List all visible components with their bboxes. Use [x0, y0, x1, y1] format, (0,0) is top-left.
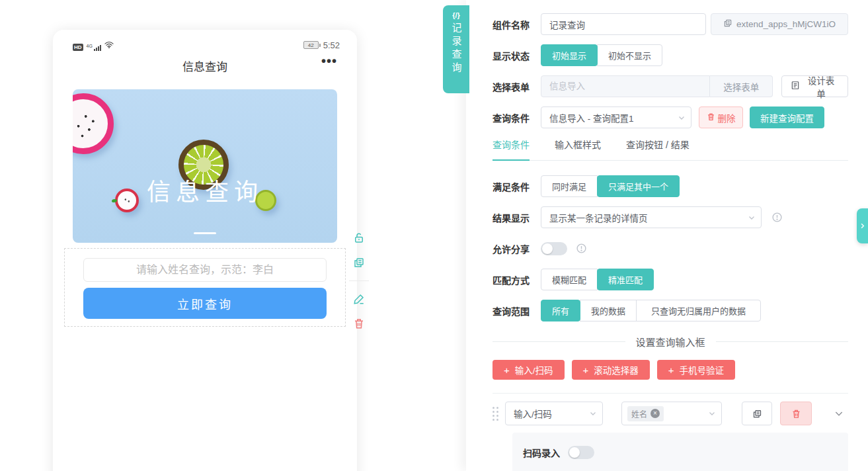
component-name-row: 组件名称 extend_apps_hMjCW1iO: [493, 13, 848, 35]
query-scope-segmented: 所有 我的数据 只查询无归属用户的数据: [541, 300, 761, 321]
option-exact-match[interactable]: 精准匹配: [597, 269, 654, 290]
delete-item-button[interactable]: [780, 402, 812, 425]
component-name-label: 组件名称: [493, 18, 541, 31]
query-now-button[interactable]: 立即查询: [83, 288, 327, 319]
page-title: 信息查询: [53, 58, 357, 74]
satisfy-condition-label: 满足条件: [493, 180, 541, 193]
panel-expand-button[interactable]: [857, 208, 868, 243]
option-fuzzy-match[interactable]: 模糊匹配: [541, 269, 598, 290]
item-detail-panel: 扫码录入: [512, 433, 848, 471]
query-config-label: 查询条件: [493, 111, 541, 124]
scan-entry-toggle[interactable]: [568, 446, 594, 459]
config-panel: 组件名称 extend_apps_hMjCW1iO 显示状态 初始显示 初始不显…: [466, 0, 868, 471]
delete-icon[interactable]: [352, 317, 366, 330]
input-box-section-divider: 设置查询输入框: [493, 335, 848, 349]
option-initial-show[interactable]: 初始显示: [541, 44, 598, 66]
plus-icon: +: [583, 364, 589, 376]
query-config-select[interactable]: 信息导入 - 查询配置1: [541, 107, 691, 128]
toggle-knob: [542, 243, 553, 254]
query-config-value: 信息导入 - 查询配置1: [549, 111, 634, 124]
name-query-input[interactable]: [83, 258, 327, 282]
result-display-select[interactable]: 显示某一条记录的详情页: [541, 206, 762, 228]
carousel-indicator: [194, 232, 216, 234]
delete-config-button[interactable]: 删除: [699, 107, 743, 128]
banner-carousel-widget[interactable]: 信息查询: [73, 89, 337, 243]
battery-icon: 42: [303, 41, 319, 49]
dragonfruit-illustration: [73, 93, 114, 154]
cell-signal-icon: 4G: [87, 45, 101, 51]
add-input-scan-button[interactable]: + 输入/扫码: [493, 360, 565, 380]
design-form-button[interactable]: 设计表单: [781, 75, 848, 97]
select-form-group: 选择表单: [541, 75, 773, 97]
chevron-down-icon: [748, 214, 756, 222]
info-icon[interactable]: [771, 212, 783, 223]
chevron-down-icon: [589, 409, 597, 417]
option-satisfy-any[interactable]: 只满足其中一个: [597, 175, 680, 197]
divider-line: [493, 341, 625, 342]
section-title: 设置查询输入框: [636, 335, 705, 349]
unlock-icon[interactable]: [352, 232, 366, 245]
select-form-row: 选择表单 选择表单 设计表单: [493, 75, 848, 97]
query-scope-row: 查询范围 所有 我的数据 只查询无归属用户的数据: [493, 300, 848, 321]
wifi-icon: [104, 39, 114, 51]
code-icon: {/}: [452, 11, 460, 19]
side-tab-label: 记录查询: [452, 22, 461, 75]
option-scope-all[interactable]: 所有: [541, 300, 580, 321]
copy-id-icon[interactable]: [723, 19, 732, 30]
tab-record-query[interactable]: {/} 记录查询: [443, 5, 469, 93]
display-state-row: 显示状态 初始显示 初始不显示: [493, 44, 848, 66]
display-state-segmented: 初始显示 初始不显示: [541, 44, 662, 66]
drag-handle-icon[interactable]: [493, 407, 498, 421]
result-display-label: 结果显示: [493, 211, 541, 224]
hd-badge: HD: [73, 44, 83, 51]
match-mode-label: 匹配方式: [493, 273, 541, 286]
collapse-item-icon[interactable]: [834, 408, 844, 419]
option-scope-unowned[interactable]: 只查询无归属用户的数据: [636, 300, 761, 321]
phone-status-bar: HD 4G 42 5:52: [53, 30, 357, 50]
chevron-down-icon: [708, 409, 716, 417]
option-initial-hide[interactable]: 初始不显示: [597, 44, 662, 66]
satisfy-condition-row: 满足条件 同时满足 只满足其中一个: [493, 175, 848, 197]
add-input-buttons: + 输入/扫码 + 滚动选择器 + 手机号验证: [493, 360, 848, 380]
items-divider: [493, 393, 848, 394]
scan-entry-label: 扫码录入: [523, 446, 560, 459]
edit-icon[interactable]: [352, 292, 366, 306]
component-name-input[interactable]: [541, 13, 706, 35]
create-config-button[interactable]: 新建查询配置: [750, 107, 824, 128]
duplicate-item-button[interactable]: [742, 402, 772, 425]
form-name-input[interactable]: [541, 75, 710, 97]
query-widget-selection[interactable]: 立即查询: [64, 248, 346, 327]
allow-share-toggle[interactable]: [541, 242, 567, 255]
phone-preview: HD 4G 42 5:52 信息查询 ••• 信息查询 立即查询: [53, 30, 357, 471]
info-icon[interactable]: [576, 243, 587, 254]
chevron-down-icon: [678, 114, 686, 122]
tab-query-conditions[interactable]: 查询条件: [493, 138, 530, 161]
more-icon[interactable]: •••: [321, 54, 337, 69]
component-id-text: extend_apps_hMjCW1iO: [736, 19, 836, 29]
input-item-row: 输入/扫码 姓名 ×: [493, 401, 848, 426]
option-scope-mine[interactable]: 我的数据: [580, 300, 637, 321]
query-config-row: 查询条件 信息导入 - 查询配置1 删除 新建查询配置: [493, 107, 848, 128]
form-design-icon: [791, 81, 800, 92]
tab-query-button-result[interactable]: 查询按钮 / 结果: [626, 138, 690, 160]
plus-icon: +: [668, 364, 674, 376]
add-phone-verify-button[interactable]: + 手机号验证: [657, 360, 735, 380]
remove-tag-icon[interactable]: ×: [651, 409, 660, 418]
add-scroll-picker-button[interactable]: + 滚动选择器: [572, 360, 650, 380]
copy-icon[interactable]: [352, 256, 366, 269]
option-satisfy-all[interactable]: 同时满足: [541, 175, 598, 197]
input-type-value: 输入/扫码: [514, 407, 552, 420]
tab-input-style[interactable]: 输入框样式: [555, 138, 601, 160]
match-mode-segmented: 模糊匹配 精准匹配: [541, 269, 654, 290]
input-type-select[interactable]: 输入/扫码: [505, 402, 603, 425]
query-scope-label: 查询范围: [493, 304, 541, 318]
component-id-box[interactable]: extend_apps_hMjCW1iO: [711, 13, 848, 35]
settings-tabs: 查询条件 输入框样式 查询按钮 / 结果: [493, 138, 848, 161]
display-state-label: 显示状态: [493, 49, 541, 62]
trash-icon: [707, 112, 715, 123]
field-select[interactable]: 姓名 ×: [621, 402, 722, 425]
select-form-button[interactable]: 选择表单: [710, 75, 773, 97]
banner-title: 信息查询: [73, 173, 337, 207]
plus-icon: +: [504, 364, 510, 376]
divider-line: [716, 341, 849, 342]
